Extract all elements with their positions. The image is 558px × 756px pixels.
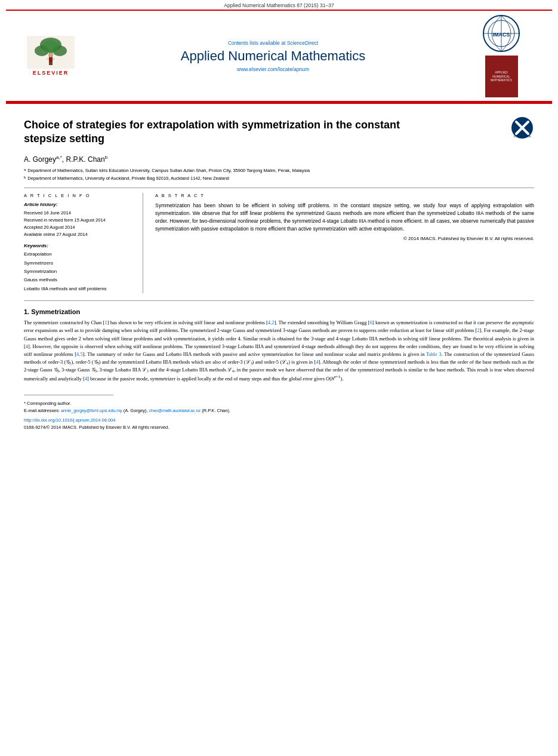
section-1: 1. Symmetrization The symmetrizer constr… — [24, 308, 534, 383]
abstract-column: A B S T R A C T Symmetrization has been … — [155, 193, 534, 293]
keywords-label: Keywords: — [24, 243, 137, 248]
keyword-4: Gauss methods — [24, 276, 137, 284]
section-1-heading: Symmetrization — [31, 308, 80, 315]
ref-4b: 4 — [26, 343, 28, 349]
section-1-number: 1. — [24, 308, 29, 315]
keyword-5: Lobatto IIIA methods and stiff problems — [24, 285, 137, 293]
citation-text: Applied Numerical Mathematics 87 (2015) … — [224, 2, 334, 8]
keyword-2: Symmetrizers — [24, 259, 137, 268]
email-line: E-mail addresses: annie_gorgey@fsmt.upsi… — [24, 407, 534, 414]
author-b: , R.P.K. Chan — [62, 155, 105, 164]
corresponding-author-note: * Corresponding author. — [24, 400, 534, 407]
affil-b-sup: b — [24, 175, 26, 182]
footer-area: http://dx.doi.org/10.1016/j.apnum.2014.0… — [24, 417, 534, 430]
accepted-date: Accepted 20 August 2014 — [24, 224, 137, 231]
ref-2: 2 — [477, 327, 479, 333]
elsevier-tree-icon — [27, 36, 75, 69]
cover-text: APPLIEDNUMERICALMATHEMATICS — [491, 70, 512, 82]
affil-a-sup: a — [24, 167, 26, 174]
svg-rect-7 — [49, 57, 53, 62]
footnote-divider — [24, 395, 113, 395]
email-prefix: E-mail addresses: — [24, 408, 60, 413]
corresponding-label: * Corresponding author. — [24, 401, 71, 406]
received-date: Received 16 June 2014 — [24, 210, 137, 217]
journal-title: Applied Numerical Mathematics — [95, 48, 451, 64]
footer-copyright: 0168-9274/© 2014 IMACS. Published by Els… — [24, 425, 534, 430]
journal-cover-image: APPLIEDNUMERICALMATHEMATICS — [485, 56, 518, 97]
journal-info-center: Contents lists available at ScienceDirec… — [90, 40, 457, 72]
crossmark-icon[interactable]: CrossMark — [510, 116, 534, 140]
logos-right: IMACS APPLIEDNUMERICALMATHEMATICS — [457, 14, 546, 97]
article-info-column: A R T I C L E I N F O Article history: R… — [24, 193, 143, 293]
section-1-title: 1. Symmetrization — [24, 308, 534, 315]
imacs-logo-icon: IMACS — [482, 14, 521, 53]
author-a: A. Gorgey — [24, 155, 56, 164]
author-b-sup: b — [105, 155, 107, 160]
affiliation-b: b Department of Mathematics, University … — [24, 175, 534, 182]
ref-4-5: 4,5 — [76, 351, 83, 357]
email-b[interactable]: chan@math.auckland.ac.nz — [149, 408, 201, 413]
received-revised-date: Received in revised form 15 August 2014 — [24, 217, 137, 224]
email-b-name: (R.P.K. Chan). — [202, 408, 230, 413]
section-divider-1 — [24, 300, 534, 301]
ref-4-2: 4,2 — [268, 319, 275, 325]
doi-link[interactable]: http://dx.doi.org/10.1016/j.apnum.2014.0… — [24, 417, 534, 423]
svg-text:CrossMark: CrossMark — [513, 134, 531, 138]
available-date: Available online 27 August 2014 — [24, 231, 137, 238]
history-label: Article history: — [24, 202, 137, 207]
affiliation-a: a Department of Mathematics, Sultan Idri… — [24, 167, 534, 174]
svg-point-5 — [42, 41, 59, 53]
email-a[interactable]: annie_gorgey@fsmt.upsi.edu.my — [61, 408, 122, 413]
keyword-3: Symmetrization — [24, 268, 137, 276]
elsevier-wordmark: ELSEVIER — [33, 70, 69, 76]
section-1-body: The symmetrizer constructed by Chan [1] … — [24, 319, 534, 383]
article-title: Choice of strategies for extrapolation w… — [24, 118, 442, 146]
sciencedirect-line: Contents lists available at ScienceDirec… — [95, 40, 451, 46]
article-info-heading: A R T I C L E I N F O — [24, 193, 137, 198]
ref-6: 6 — [370, 319, 372, 325]
abstract-text: Symmetrization has been shown to be effi… — [155, 202, 534, 232]
affil-b-text: Department of Mathematics, University of… — [27, 175, 229, 182]
ref-4c: 4 — [316, 359, 318, 365]
journal-header: ELSEVIER Contents lists available at Sci… — [6, 10, 552, 102]
keyword-1: Extrapolation — [24, 250, 137, 259]
article-info-abstract-row: A R T I C L E I N F O Article history: R… — [24, 188, 534, 293]
svg-text:IMACS: IMACS — [492, 32, 510, 38]
citation-bar: Applied Numerical Mathematics 87 (2015) … — [0, 0, 558, 10]
table-3-ref: Table 3 — [426, 351, 442, 357]
ref-1: 1 — [104, 319, 107, 325]
affil-a-text: Department of Mathematics, Sultan Idris … — [27, 167, 310, 174]
author-a-sup: a,* — [56, 155, 62, 160]
affiliations: a Department of Mathematics, Sultan Idri… — [24, 167, 534, 182]
svg-point-6 — [48, 53, 53, 57]
footnote-area: * Corresponding author. E-mail addresses… — [24, 395, 534, 414]
sciencedirect-link-text[interactable]: ScienceDirect — [287, 40, 318, 46]
abstract-copyright: © 2014 IMACS. Published by Elsevier B.V.… — [155, 236, 534, 241]
elsevier-logo-area: ELSEVIER — [12, 36, 90, 76]
journal-url[interactable]: www.elsevier.com/locate/apnum — [95, 66, 451, 72]
authors-line: A. Gorgeya,*, R.P.K. Chanb — [24, 155, 534, 164]
main-content: Choice of strategies for extrapolation w… — [0, 104, 558, 436]
email-a-name: (A. Gorgey) — [124, 408, 147, 413]
abstract-heading: A B S T R A C T — [155, 193, 534, 198]
title-row: Choice of strategies for extrapolation w… — [24, 110, 534, 151]
ref-4d: 4 — [85, 376, 87, 382]
